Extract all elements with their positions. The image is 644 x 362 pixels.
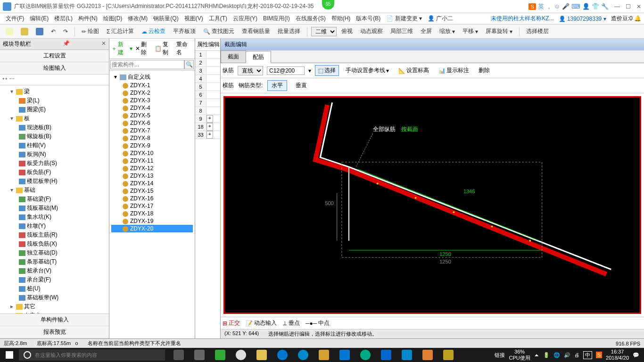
tree-item[interactable]: 柱帽(V) — [2, 141, 107, 150]
tb-fullscreen[interactable]: 全屏 — [418, 26, 435, 36]
cf-mid-button[interactable]: ─●─ 中点 — [305, 319, 330, 327]
taskbar-app[interactable] — [210, 348, 230, 362]
tb-view-rebar[interactable]: 查看钢筋量 — [239, 26, 273, 36]
nav-footer-report[interactable]: 报表预览 — [0, 326, 109, 338]
cf-dyn-button[interactable]: 📝 动态输入 — [246, 319, 277, 327]
tb-rotate[interactable]: 屏幕旋转 ▾ — [483, 26, 515, 36]
prop-row[interactable]: 5 — [195, 83, 220, 91]
tree-item[interactable]: 基础板带(W) — [2, 293, 107, 302]
view-mode-select[interactable]: 二维 — [311, 27, 337, 36]
tree-item[interactable]: 条形基础(T) — [2, 257, 107, 266]
tree-ban[interactable]: ▾板 — [2, 114, 107, 123]
menu-floor[interactable]: 楼层(L) — [51, 14, 75, 24]
tb-new[interactable] — [3, 27, 16, 36]
tb-undo[interactable]: ↶ — [48, 27, 58, 36]
tree-item[interactable]: 桩承台(V) — [2, 266, 107, 275]
taskbar-store[interactable] — [335, 348, 355, 362]
tree-item[interactable]: 独立基础(D) — [2, 248, 107, 257]
nav-footer-single[interactable]: 单构件输入 — [0, 314, 109, 326]
tree-item[interactable]: 板负筋(F) — [2, 168, 107, 177]
member-item[interactable]: ZDYX-8 — [111, 134, 193, 142]
taskbar-edge[interactable] — [272, 348, 292, 362]
menu-modify[interactable]: 修改(M) — [125, 14, 150, 24]
tb-save[interactable] — [33, 27, 46, 36]
menu-online[interactable]: 在线服务(S) — [293, 14, 329, 24]
tree-item[interactable]: 梁(L) — [2, 96, 107, 105]
tray-battery-icon[interactable]: 🔋 — [543, 352, 550, 358]
tree-item[interactable]: 筏板负筋(X) — [2, 239, 107, 248]
member-new-button[interactable]: ＋新建 ▾ — [111, 41, 132, 57]
tree-item[interactable]: 圈梁(E) — [2, 105, 107, 114]
tb-open[interactable] — [18, 27, 31, 36]
member-item[interactable]: ZDYX-1 — [111, 82, 193, 89]
prop-row[interactable]: 33+ — [195, 131, 220, 139]
nav-close-icon[interactable]: ✕ — [101, 40, 106, 48]
menu-cloud[interactable]: 云应用(Y) — [230, 14, 260, 24]
tree-item[interactable]: 基础梁(F) — [2, 195, 107, 204]
tree-item[interactable]: 板受力筋(S) — [2, 159, 107, 168]
tree-liang[interactable]: ▾梁 — [2, 87, 107, 96]
menu-file[interactable]: 文件(F) — [3, 14, 27, 24]
taskbar-ie[interactable] — [293, 348, 313, 362]
ime-punct-icon[interactable]: ， — [546, 2, 552, 11]
menu-view[interactable]: 视图(V) — [182, 14, 206, 24]
ime-person-icon[interactable]: 👤 — [582, 3, 590, 10]
tree-item[interactable]: 现浇板(B) — [2, 123, 107, 132]
ct-elev-button[interactable]: 📐 设置标高 — [396, 66, 432, 75]
prop-row[interactable]: 9+ — [195, 115, 220, 123]
ime-s-icon[interactable]: S — [528, 3, 536, 10]
member-item[interactable]: ZDYX-6 — [111, 119, 193, 127]
tab-section[interactable]: 截面 — [221, 50, 246, 63]
tray-ime-zh[interactable]: 中 — [583, 351, 592, 359]
member-search-input[interactable] — [110, 60, 184, 69]
drawing-canvas[interactable]: 1346 500 1250 1250 全部纵筋 按截面 — [223, 96, 641, 314]
tray-link[interactable]: 链接 — [495, 352, 505, 359]
ime-mic-icon[interactable]: 🎤 — [562, 3, 570, 10]
member-root[interactable]: ▾自定义线 — [111, 73, 193, 82]
tree-qita[interactable]: ▸其它 — [2, 302, 107, 311]
tree-item[interactable]: 承台梁(F) — [2, 275, 107, 284]
taskbar-app[interactable] — [376, 348, 396, 362]
tb-orbit[interactable]: 动态观察 — [357, 26, 386, 36]
tray-cpu[interactable]: 36%CPU使用 — [509, 349, 530, 361]
member-item[interactable]: ZDYX-20 — [111, 225, 193, 232]
nav-section-draw[interactable]: 绘图输入 — [0, 62, 109, 74]
menu-edit[interactable]: 编辑(E) — [27, 14, 51, 24]
member-item[interactable]: ZDYX-7 — [111, 127, 193, 134]
tb-batch[interactable]: 批量选择 — [275, 26, 303, 36]
ct-delete-button[interactable]: 删除 — [476, 66, 493, 75]
member-item[interactable]: ZDYX-5 — [111, 112, 193, 119]
taskbar-app[interactable] — [252, 348, 272, 362]
member-item[interactable]: ZDYX-19 — [111, 217, 193, 225]
menu-member[interactable]: 构件(N) — [75, 14, 100, 24]
menu-draw[interactable]: 绘图(D) — [100, 14, 125, 24]
minimize-button[interactable]: — — [614, 3, 620, 10]
maximize-button[interactable]: ☐ — [626, 3, 631, 10]
ct-showdim-button[interactable]: 📊 显示标注 — [436, 66, 472, 75]
tb-zoom[interactable]: 缩放 ▾ — [437, 26, 458, 36]
ct2-horizontal-button[interactable]: 水平 — [267, 80, 287, 91]
tb-find[interactable]: 🔍 查找图元 — [200, 26, 237, 36]
cf-ortho-button[interactable]: ⊞ 正交 — [223, 319, 240, 327]
tray-up-icon[interactable]: ⏶ — [534, 352, 539, 358]
tray-print-icon[interactable]: 🖨 — [574, 352, 579, 358]
member-item[interactable]: ZDYX-12 — [111, 165, 193, 172]
prop-row[interactable]: 4 — [195, 75, 220, 83]
tree-item[interactable]: 板洞(N) — [2, 150, 107, 159]
tree-item[interactable]: 桩(U) — [2, 284, 107, 293]
ct-select-button[interactable]: ⬚ 选择 — [315, 65, 339, 76]
tree-item[interactable]: 楼层板带(H) — [2, 177, 107, 186]
tree-jichu[interactable]: ▾基础 — [2, 186, 107, 195]
member-item[interactable]: ZDYX-18 — [111, 210, 193, 217]
member-search-button[interactable]: 🔍 — [184, 60, 194, 69]
member-copy-button[interactable]: 📋复制 — [155, 41, 173, 57]
taskbar-search[interactable]: 在这里输入你要搜索的内容 — [19, 349, 165, 361]
prop-row[interactable]: 1 — [195, 51, 220, 59]
member-item[interactable]: ZDYX-17 — [111, 202, 193, 210]
member-item[interactable]: ZDYX-2 — [111, 89, 193, 97]
taskbar-app[interactable] — [355, 348, 375, 362]
tb-sum[interactable]: Σ 汇总计算 — [104, 26, 137, 36]
guangxiaoer-button[interactable]: 👤 广小二 — [425, 14, 456, 24]
menu-tools[interactable]: 工具(T) — [206, 14, 230, 24]
member-item[interactable]: ZDYX-3 — [111, 97, 193, 104]
